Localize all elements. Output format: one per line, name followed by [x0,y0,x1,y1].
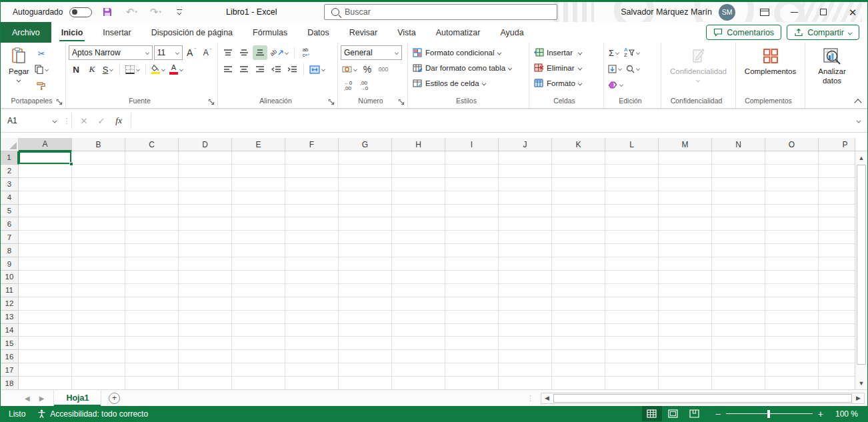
insert-cells-button[interactable]: Insertar [532,45,584,59]
wrap-text-icon[interactable]: abc↩ [299,45,313,60]
cell-M2[interactable] [659,165,712,178]
cell-G17[interactable] [339,363,392,377]
cell-B12[interactable] [72,297,125,311]
cell-P1[interactable] [819,151,855,165]
cell-C1[interactable] [125,151,179,165]
cell-I5[interactable] [445,205,499,218]
column-header-P[interactable]: P [819,138,855,151]
formula-input[interactable] [131,113,850,129]
row-header-13[interactable]: 13 [1,311,19,324]
cell-I6[interactable] [445,217,499,231]
cell-K5[interactable] [552,205,605,218]
cell-M6[interactable] [659,217,712,231]
scroll-right-icon[interactable]: ▶ [853,393,864,403]
cell-I3[interactable] [445,178,499,191]
font-name-select[interactable]: Aptos Narrow [69,45,153,60]
column-header-N[interactable]: N [712,138,765,151]
tab-disposicion[interactable]: Disposición de página [141,22,243,43]
cell-E12[interactable] [232,297,285,311]
cell-P8[interactable] [819,244,855,257]
cell-F14[interactable] [285,324,339,337]
cell-K15[interactable] [552,337,605,350]
cell-A8[interactable] [19,244,72,257]
row-header-14[interactable]: 14 [1,324,19,337]
cell-K4[interactable] [552,191,605,205]
tab-inicio[interactable]: Inicio [51,22,93,43]
cell-G18[interactable] [339,377,392,389]
cell-P7[interactable] [819,231,855,244]
row-header-17[interactable]: 17 [1,363,19,377]
decrease-decimal-icon[interactable]: ,00→0 [357,79,371,93]
cell-I12[interactable] [445,297,499,311]
cell-O9[interactable] [765,257,819,271]
cell-O5[interactable] [765,205,819,218]
cell-K6[interactable] [552,217,605,231]
normal-view-icon[interactable] [642,406,662,421]
row-header-10[interactable]: 10 [1,271,19,284]
cell-P3[interactable] [819,178,855,191]
cell-B3[interactable] [72,178,125,191]
cell-D4[interactable] [179,191,232,205]
cell-O14[interactable] [765,324,819,337]
cell-B15[interactable] [72,337,125,350]
cell-A2[interactable] [19,165,72,178]
cell-J1[interactable] [499,151,552,165]
cell-F13[interactable] [285,311,339,324]
cell-P2[interactable] [819,165,855,178]
cell-O16[interactable] [765,350,819,363]
cell-P13[interactable] [819,311,855,324]
cell-A12[interactable] [19,297,72,311]
collapse-ribbon-icon[interactable] [855,98,861,104]
row-header-2[interactable]: 2 [1,165,19,178]
cell-J13[interactable] [499,311,552,324]
cell-O15[interactable] [765,337,819,350]
tab-datos[interactable]: Datos [297,22,339,43]
cancel-icon[interactable]: ✕ [76,113,92,129]
cell-L17[interactable] [605,363,659,377]
cell-E1[interactable] [232,151,285,165]
cell-K10[interactable] [552,271,605,284]
cell-A18[interactable] [19,377,72,389]
cell-F4[interactable] [285,191,339,205]
cell-J5[interactable] [499,205,552,218]
cell-F5[interactable] [285,205,339,218]
cell-P11[interactable] [819,284,855,297]
cell-B14[interactable] [72,324,125,337]
format-as-table-button[interactable]: Dar formato como tabla [411,61,514,75]
column-header-J[interactable]: J [499,138,552,151]
row-header-7[interactable]: 7 [1,231,19,244]
find-select-icon[interactable] [625,61,641,76]
column-header-H[interactable]: H [392,138,445,151]
cell-A1[interactable] [19,151,72,165]
cell-E13[interactable] [232,311,285,324]
cell-G11[interactable] [339,284,392,297]
vertical-scrollbar[interactable]: ▲ ▼ [855,138,867,389]
cell-J3[interactable] [499,178,552,191]
cell-H1[interactable] [392,151,445,165]
page-break-view-icon[interactable] [685,406,705,421]
cell-H4[interactable] [392,191,445,205]
cell-F8[interactable] [285,244,339,257]
cell-C14[interactable] [125,324,179,337]
cell-H3[interactable] [392,178,445,191]
cell-C2[interactable] [125,165,179,178]
cell-L2[interactable] [605,165,659,178]
cell-G14[interactable] [339,324,392,337]
cell-B10[interactable] [72,271,125,284]
tab-insertar[interactable]: Insertar [93,22,141,43]
cell-M13[interactable] [659,311,712,324]
cell-M5[interactable] [659,205,712,218]
cell-L8[interactable] [605,244,659,257]
cell-D12[interactable] [179,297,232,311]
undo-icon[interactable]: ↶▾ [123,4,140,20]
cell-E18[interactable] [232,377,285,389]
avatar[interactable]: SM [719,4,735,21]
increase-indent-icon[interactable] [285,62,299,77]
tab-formulas[interactable]: Fórmulas [243,22,297,43]
cell-P12[interactable] [819,297,855,311]
cell-I16[interactable] [445,350,499,363]
align-top-icon[interactable] [221,45,235,60]
tab-ayuda[interactable]: Ayuda [490,22,533,43]
cell-F1[interactable] [285,151,339,165]
align-center-icon[interactable] [237,62,251,77]
